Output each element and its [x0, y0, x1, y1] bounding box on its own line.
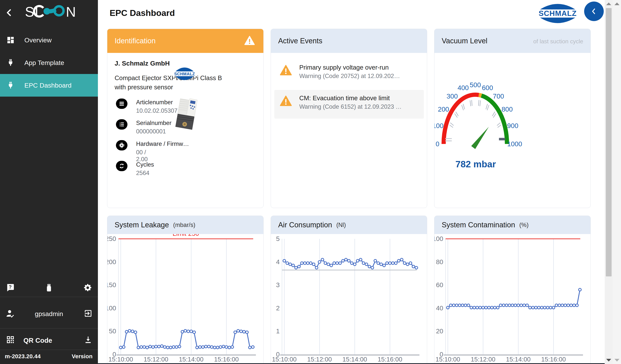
svg-text:15:12:00: 15:12:00 — [307, 356, 332, 363]
card-title: Vacuum Level — [442, 37, 487, 45]
active-events-card: Active Events Primary supply voltage ove… — [271, 29, 427, 208]
svg-text:15:12:00: 15:12:00 — [144, 356, 168, 363]
sidebar-qr-row[interactable]: QR Code — [0, 329, 98, 350]
svg-text:0: 0 — [440, 350, 443, 358]
system-contamination-chart: 15:10:0015:12:0015:14:0015:16:0002040608… — [434, 234, 591, 364]
svg-text:150: 150 — [107, 281, 116, 288]
version-label: Version — [72, 353, 92, 360]
svg-text:100: 100 — [107, 304, 116, 312]
window-bottom-edge — [98, 363, 605, 364]
content-scrollbar[interactable] — [605, 0, 613, 364]
svg-text:80: 80 — [436, 258, 443, 266]
warning-icon — [244, 35, 255, 46]
download-icon[interactable] — [84, 335, 92, 344]
svg-text:4: 4 — [276, 258, 280, 266]
scroll-up-arrow[interactable] — [613, 0, 621, 8]
scrollbar-thumb[interactable] — [606, 8, 612, 276]
panel-collapse-button[interactable] — [584, 1, 604, 21]
help-icon[interactable]: ? — [6, 283, 15, 292]
field-label: Serialnumber — [136, 120, 188, 127]
scroll-up-arrow[interactable] — [605, 0, 613, 8]
system-leakage-card: System Leakage (mbar/s) 15:10:0015:12:00… — [107, 216, 264, 364]
main-content: EPC Dashboard SCHMALZ Identification J. … — [98, 0, 605, 364]
sidebar-item-overview[interactable]: Overview — [0, 29, 98, 51]
field-value: 000000001 — [136, 128, 166, 135]
system-contamination-card-header: System Contamination (%) — [434, 216, 590, 234]
card-title: System Contamination — [442, 221, 515, 229]
svg-text:15:16:00: 15:16:00 — [541, 356, 566, 363]
system-leakage-card-header: System Leakage (mbar/s) — [107, 216, 263, 234]
sicon-logo: SI N — [25, 3, 85, 21]
svg-text:0: 0 — [112, 350, 116, 358]
svg-text:100: 100 — [434, 235, 443, 242]
svg-text:3: 3 — [276, 281, 280, 288]
svg-text:Limit 250: Limit 250 — [172, 234, 199, 237]
list-icon — [116, 98, 127, 109]
svg-text:2: 2 — [276, 304, 280, 312]
schmalz-logo-small: SCHMALZ — [172, 65, 197, 83]
product-description: Compact Ejector SXPi/SXMPi Class B with … — [115, 73, 230, 92]
event-detail: Warning (Code 6152) at 12.09.2023 … — [299, 103, 402, 110]
sidebar-collapse-button[interactable] — [5, 8, 14, 17]
svg-text:50: 50 — [109, 327, 116, 335]
svg-text:15:14:00: 15:14:00 — [343, 356, 367, 363]
svg-text:800: 800 — [501, 105, 513, 113]
sidebar-item-label: Overview — [24, 36, 52, 44]
field-label: Articlenumber — [136, 99, 188, 106]
svg-text:600: 600 — [482, 84, 493, 92]
svg-text:1: 1 — [276, 327, 280, 335]
svg-text:0: 0 — [276, 350, 280, 358]
field-value: 00 / 2.00 — [136, 149, 148, 163]
username-label: gpsadmin — [0, 310, 98, 318]
field-value: 2564 — [136, 170, 149, 176]
event-detail: Warning (Code 20752) at 12.09.202… — [299, 73, 400, 79]
system-contamination-card: System Contamination (%) 15:10:0015:12:0… — [434, 216, 591, 364]
sidebar-item-app-template[interactable]: App Template — [0, 51, 98, 74]
card-title: Identification — [115, 37, 155, 45]
card-subtitle: of last suction cycle — [533, 38, 583, 45]
scroll-down-arrow[interactable] — [605, 356, 613, 364]
logout-icon[interactable] — [84, 309, 92, 318]
card-unit: (%) — [519, 222, 529, 228]
plug-icon — [6, 81, 15, 90]
sidebar-header: SI N — [0, 0, 98, 25]
svg-text:200: 200 — [438, 105, 449, 113]
page-scrollbar[interactable] — [613, 0, 621, 364]
divider — [0, 328, 98, 329]
svg-text:100: 100 — [434, 122, 443, 129]
qr-code-icon — [6, 335, 15, 344]
air-consumption-card-header: Air Consumption (Nl) — [271, 216, 427, 234]
svg-text:15:10:00: 15:10:00 — [272, 356, 297, 363]
schmalz-logo: SCHMALZ — [534, 1, 582, 26]
sidebar-item-label: App Template — [24, 59, 64, 66]
vacuum-gauge: 01002003004005006007008009001000782 mbar — [434, 54, 525, 188]
event-row[interactable]: CM: Evacuation time above limit Warning … — [274, 90, 424, 119]
field-value: 10.02.02.05307 — [136, 107, 178, 114]
card-title: Active Events — [278, 37, 322, 45]
sidebar: SI N Overview App Template EPC Dashboard — [0, 0, 98, 364]
svg-text:782 mbar: 782 mbar — [456, 159, 496, 169]
chevron-left-icon — [590, 7, 598, 16]
svg-text:40: 40 — [436, 304, 443, 312]
event-row[interactable]: Primary supply voltage over-run Warning … — [274, 59, 424, 88]
page-title: EPC Dashboard — [110, 8, 175, 18]
sidebar-nav: Overview App Template EPC Dashboard — [0, 29, 98, 97]
usb-device-icon[interactable] — [45, 283, 53, 292]
svg-text:500: 500 — [470, 81, 481, 89]
sidebar-item-epc-dashboard[interactable]: EPC Dashboard — [0, 74, 98, 97]
svg-text:15:10:00: 15:10:00 — [436, 356, 460, 363]
vacuum-level-card: Vacuum Level of last suction cycle 01002… — [434, 29, 591, 208]
cycles-icon — [116, 161, 127, 171]
sidebar-version-row: m-2023.20.44 Version — [0, 350, 98, 364]
svg-text:1000: 1000 — [507, 140, 522, 148]
scroll-down-arrow[interactable] — [613, 356, 621, 364]
card-title: Air Consumption — [278, 221, 332, 229]
svg-text:700: 700 — [493, 92, 504, 100]
company-name: J. Schmalz GmbH — [115, 60, 170, 67]
sicon-logo-text-right: N — [66, 4, 76, 19]
gear-icon[interactable] — [83, 283, 92, 292]
numbered-list-icon: 1 2 3 — [116, 119, 127, 129]
card-unit: (mbar/s) — [173, 222, 195, 228]
warning-icon — [280, 95, 292, 106]
svg-text:5: 5 — [276, 235, 280, 242]
